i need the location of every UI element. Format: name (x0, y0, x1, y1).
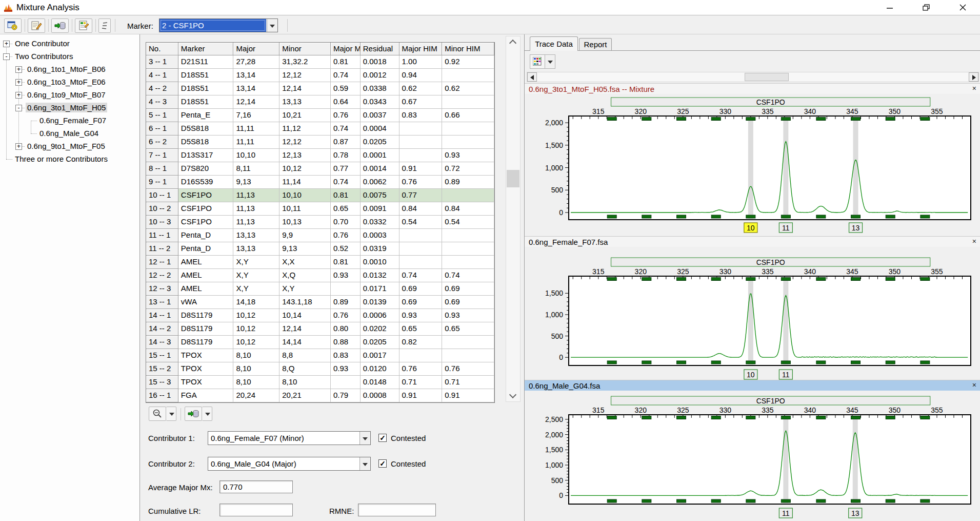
table-row[interactable]: 12 -- 2AMELX,YX,Q0.930.01320.740.74 (146, 269, 494, 282)
expand-icon[interactable]: + (15, 92, 22, 99)
tab-report[interactable]: Report (579, 38, 612, 51)
marker-dropdown-caret[interactable] (267, 19, 277, 32)
table-cell (399, 149, 443, 162)
scroll-left-icon[interactable] (527, 72, 537, 82)
contributor2-caret[interactable] (359, 457, 370, 470)
close-trace-icon[interactable]: × (972, 237, 976, 245)
tree-item-0-6ng-1to9-mtof-b07[interactable]: +0.6ng_1to9_MtoF_B07 (0, 89, 140, 102)
column-header-no-[interactable]: No. (146, 43, 178, 55)
rmne-field[interactable] (358, 504, 436, 516)
marker-dropdown[interactable]: 2 - CSF1PO (159, 18, 278, 32)
table-row[interactable]: 3 -- 1D21S1127,2831,32.20.810.00181.000.… (146, 55, 494, 69)
scroll-right-icon[interactable] (969, 72, 978, 82)
close-trace-icon[interactable]: × (972, 84, 976, 92)
table-row[interactable]: 8 -- 1D7S8208,1110,120.770.00140.910.72 (146, 162, 494, 176)
rmne-label: RMNE: (329, 507, 354, 515)
collapse-icon[interactable]: - (15, 105, 22, 111)
y-tick-label: 500 (551, 186, 564, 194)
table-row[interactable]: 4 -- 3D18S5112,1413,130.640.03430.67 (146, 95, 494, 109)
tree-item-0-6ng-female-f07[interactable]: 0.6ng_Female_F07 (0, 114, 140, 127)
restore-button[interactable] (915, 0, 937, 15)
table-row[interactable]: 4 -- 2D18S5113,1412,140.590.03380.620.62 (146, 82, 494, 95)
table-row[interactable]: 15 -- 1TPOX8,108,80.830.0017 (146, 349, 494, 362)
trace-header[interactable]: 0.6ng_Male_G04.fsa× (525, 380, 980, 391)
table-cell: 10,12 (233, 336, 279, 349)
close-trace-icon[interactable]: × (972, 381, 976, 389)
table-row[interactable]: 10 -- 3CSF1PO11,1310,130.700.03320.540.5… (146, 216, 494, 229)
cumulative-lr-field[interactable] (219, 504, 293, 516)
expand-icon[interactable]: + (15, 66, 22, 73)
table-row[interactable]: 12 -- 1AMELX,YX,X0.810.0010 (146, 256, 494, 269)
table-row[interactable]: 15 -- 2TPOX8,108,Q0.930.01200.760.76 (146, 362, 494, 376)
table-row[interactable]: 5 -- 1Penta_E7,1610,210.760.00370.830.66 (146, 109, 494, 122)
tab-trace-data[interactable]: Trace Data (530, 36, 578, 51)
trace-scrollbar-thumb[interactable] (745, 73, 789, 81)
export-options-caret[interactable] (202, 407, 212, 421)
expand-icon[interactable]: + (15, 143, 22, 150)
table-cell: TPOX (178, 376, 234, 389)
trace-display-options-icon[interactable] (530, 54, 545, 69)
column-header-major-m-[interactable]: Major M: (331, 43, 361, 55)
trace-title: 0.6ng_Female_F07.fsa (529, 238, 608, 246)
table-row[interactable]: 7 -- 1D13S31710,1012,130.780.00010.93 (146, 149, 494, 162)
export-database-icon[interactable] (51, 18, 69, 33)
scroll-down-icon[interactable] (509, 391, 516, 398)
table-row[interactable]: 9 -- 1D16S5399,1311,140.740.00620.760.89 (146, 176, 494, 189)
tree-item-0-6ng-9to1-mtof-f05[interactable]: +0.6ng_9to1_MtoF_F05 (0, 140, 140, 153)
column-header-minor-him[interactable]: Minor HIM (442, 43, 494, 55)
column-header-residual[interactable]: Residual (361, 43, 399, 55)
table-row[interactable]: 15 -- 3TPOX8,108,100.01480.710.71 (146, 376, 494, 389)
table-row[interactable]: 6 -- 2D5S81811,1112,120.870.0205 (146, 136, 494, 149)
report-page-icon[interactable] (75, 18, 92, 33)
contributor2-dropdown[interactable]: 0.6ng_Male_G04 (Major) (208, 457, 371, 471)
trace-header[interactable]: 0.6ng_3to1_MtoF_H05.fsa -- Mixture× (525, 83, 980, 94)
contested1-checkbox[interactable]: ✓ (378, 434, 387, 442)
table-row[interactable]: 16 -- 1FGA20,2420,210.790.00080.910.91 (146, 389, 494, 402)
table-scrollbar-thumb[interactable] (507, 170, 519, 187)
zoom-magnifier-icon[interactable] (149, 407, 166, 421)
table-row[interactable]: 11 -- 2Penta_D13,139,130.520.0319 (146, 242, 494, 256)
table-row[interactable]: 4 -- 1D18S5113,1412,120.740.00120.94 (146, 69, 494, 82)
zoom-options-caret[interactable] (166, 407, 176, 421)
column-header-major-him[interactable]: Major HIM (399, 43, 443, 55)
table-row[interactable]: 14 -- 3D8S117910,1214,140.880.02050.82 (146, 336, 494, 349)
edit-notes-icon[interactable] (28, 18, 45, 33)
tree-item-two-contributors[interactable]: -Two Contributors (0, 50, 140, 63)
close-button[interactable] (951, 0, 974, 15)
table-row[interactable]: 11 -- 1Penta_D13,139,90.760.0003 (146, 229, 494, 242)
tree-item-0-6ng-1to1-mtof-b06[interactable]: +0.6ng_1to1_MtoF_B06 (0, 63, 140, 76)
list-options-icon[interactable] (98, 18, 111, 33)
table-row[interactable]: 10 -- 2CSF1PO11,1310,110.650.00910.840.8… (146, 202, 494, 216)
minimize-button[interactable] (878, 0, 901, 15)
analysis-settings-icon[interactable] (4, 18, 22, 33)
table-row[interactable]: 6 -- 1D5S81811,1111,120.740.0004 (146, 122, 494, 136)
expand-icon[interactable]: + (15, 79, 22, 86)
contributor1-dropdown[interactable]: 0.6ng_Female_F07 (Minor) (208, 431, 371, 445)
tree-item-0-6ng-3to1-mtof-h05[interactable]: -0.6ng_3to1_MtoF_H05 (0, 102, 140, 114)
table-row[interactable]: 14 -- 2D8S117910,1212,140.800.02020.650.… (146, 322, 494, 336)
export-database-icon[interactable] (185, 407, 202, 421)
table-row[interactable]: 14 -- 1D8S117910,1210,140.760.00060.930.… (146, 309, 494, 322)
collapse-icon[interactable]: - (3, 53, 10, 60)
trace-header[interactable]: 0.6ng_Female_F07.fsa× (525, 236, 980, 247)
tree-item-0-6ng-1to3-mtof-e06[interactable]: +0.6ng_1to3_MtoF_E06 (0, 76, 140, 89)
column-header-minor[interactable]: Minor (279, 43, 331, 55)
tree-item-three-or-more-contributors[interactable]: Three or more Contributors (0, 153, 140, 166)
table-row[interactable]: 13 -- 1vWA14,18143.1,180.890.01390.690.6… (146, 296, 494, 309)
scroll-up-icon[interactable] (509, 40, 516, 47)
column-header-major[interactable]: Major (233, 43, 279, 55)
table-cell: 0.93 (331, 362, 361, 376)
average-major-mx-field[interactable]: 0.770 (219, 480, 293, 493)
table-row[interactable]: 10 -- 1CSF1PO11,1310,100.810.00750.77 (146, 189, 494, 202)
column-header-marker[interactable]: Marker (178, 43, 234, 55)
expand-icon[interactable]: + (3, 41, 10, 47)
tree-item-one-contributor[interactable]: +One Contributor (0, 37, 140, 50)
contested2-checkbox[interactable]: ✓ (378, 459, 387, 468)
contributor1-caret[interactable] (359, 432, 370, 445)
trace-horizontal-scrollbar[interactable] (527, 72, 979, 82)
table-row[interactable]: 12 -- 3AMELX,YX,Y0.01710.690.69 (146, 282, 494, 296)
table-vertical-scrollbar[interactable] (506, 36, 521, 402)
tree-item-0-6ng-male-g04[interactable]: 0.6ng_Male_G04 (0, 127, 140, 140)
trace-title: 0.6ng_3to1_MtoF_H05.fsa -- Mixture (529, 85, 654, 93)
trace-display-options-caret[interactable] (545, 54, 555, 69)
